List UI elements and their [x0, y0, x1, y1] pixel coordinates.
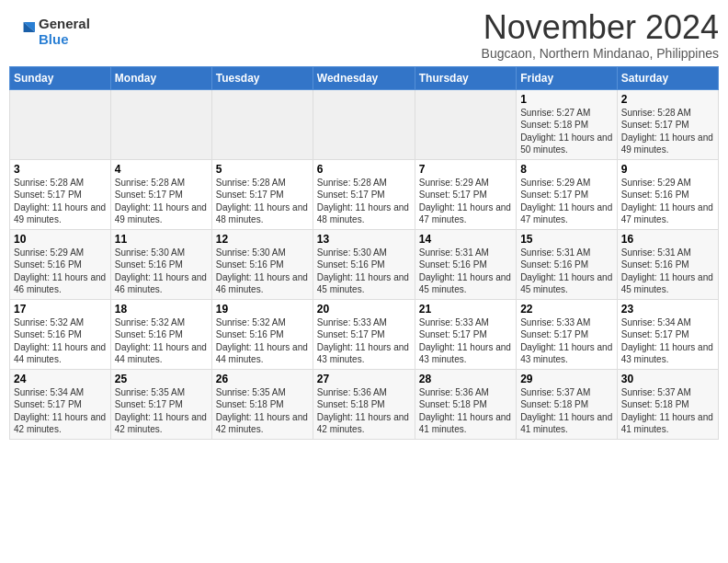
header-cell-thursday: Thursday — [415, 66, 516, 89]
header-cell-sunday: Sunday — [10, 66, 111, 89]
logo-blue-text: Blue — [39, 32, 90, 48]
calendar-cell: 9Sunrise: 5:29 AM Sunset: 5:16 PM Daylig… — [617, 159, 718, 229]
calendar-cell: 2Sunrise: 5:28 AM Sunset: 5:17 PM Daylig… — [617, 89, 718, 159]
day-number: 13 — [317, 233, 411, 246]
day-number: 1 — [520, 93, 613, 106]
subtitle: Bugcaon, Northern Mindanao, Philippines — [482, 46, 719, 61]
day-info: Sunrise: 5:35 AM Sunset: 5:17 PM Dayligh… — [115, 386, 208, 436]
calendar-cell: 18Sunrise: 5:32 AM Sunset: 5:16 PM Dayli… — [110, 299, 211, 369]
header-row: SundayMondayTuesdayWednesdayThursdayFrid… — [10, 66, 719, 89]
calendar-cell: 22Sunrise: 5:33 AM Sunset: 5:17 PM Dayli… — [517, 299, 618, 369]
day-number: 28 — [419, 373, 512, 385]
day-number: 25 — [115, 373, 208, 385]
day-number: 7 — [419, 163, 512, 176]
day-number: 30 — [621, 373, 714, 385]
calendar-cell: 1Sunrise: 5:27 AM Sunset: 5:18 PM Daylig… — [517, 89, 618, 159]
day-number: 22 — [520, 303, 613, 316]
day-info: Sunrise: 5:34 AM Sunset: 5:17 PM Dayligh… — [621, 316, 714, 366]
calendar-cell: 3Sunrise: 5:28 AM Sunset: 5:17 PM Daylig… — [10, 159, 111, 229]
calendar-cell — [10, 89, 111, 159]
day-number: 26 — [216, 373, 309, 385]
day-info: Sunrise: 5:32 AM Sunset: 5:16 PM Dayligh… — [115, 316, 208, 366]
calendar-cell: 16Sunrise: 5:31 AM Sunset: 5:16 PM Dayli… — [617, 229, 718, 299]
calendar-table: SundayMondayTuesdayWednesdayThursdayFrid… — [9, 66, 719, 440]
day-info: Sunrise: 5:33 AM Sunset: 5:17 PM Dayligh… — [419, 316, 512, 366]
day-info: Sunrise: 5:37 AM Sunset: 5:18 PM Dayligh… — [621, 386, 714, 436]
day-number: 20 — [317, 303, 411, 316]
day-info: Sunrise: 5:30 AM Sunset: 5:16 PM Dayligh… — [216, 247, 309, 296]
day-number: 27 — [317, 373, 411, 385]
logo-general-text: General — [39, 17, 90, 32]
day-number: 29 — [520, 373, 613, 385]
day-number: 19 — [216, 303, 309, 316]
calendar-week-4: 17Sunrise: 5:32 AM Sunset: 5:16 PM Dayli… — [10, 299, 719, 369]
day-number: 4 — [115, 163, 208, 176]
day-info: Sunrise: 5:36 AM Sunset: 5:18 PM Dayligh… — [317, 386, 411, 436]
calendar-week-1: 1Sunrise: 5:27 AM Sunset: 5:18 PM Daylig… — [10, 89, 719, 159]
day-info: Sunrise: 5:34 AM Sunset: 5:17 PM Dayligh… — [14, 386, 107, 436]
calendar-cell: 30Sunrise: 5:37 AM Sunset: 5:18 PM Dayli… — [617, 369, 718, 439]
day-number: 23 — [621, 303, 714, 316]
day-number: 17 — [14, 303, 107, 316]
day-number: 11 — [115, 233, 208, 246]
header-cell-tuesday: Tuesday — [211, 66, 313, 89]
day-number: 16 — [621, 233, 714, 246]
header-cell-wednesday: Wednesday — [313, 66, 415, 89]
calendar-cell: 11Sunrise: 5:30 AM Sunset: 5:16 PM Dayli… — [110, 229, 211, 299]
day-number: 2 — [621, 93, 714, 106]
calendar-cell: 26Sunrise: 5:35 AM Sunset: 5:18 PM Dayli… — [211, 369, 313, 439]
calendar-cell: 15Sunrise: 5:31 AM Sunset: 5:16 PM Dayli… — [517, 229, 618, 299]
calendar-cell: 29Sunrise: 5:37 AM Sunset: 5:18 PM Dayli… — [517, 369, 618, 439]
day-number: 14 — [419, 233, 512, 246]
calendar-cell: 8Sunrise: 5:29 AM Sunset: 5:17 PM Daylig… — [517, 159, 618, 229]
header-cell-monday: Monday — [110, 66, 211, 89]
day-info: Sunrise: 5:28 AM Sunset: 5:17 PM Dayligh… — [621, 107, 714, 156]
day-info: Sunrise: 5:31 AM Sunset: 5:16 PM Dayligh… — [621, 247, 714, 296]
day-number: 6 — [317, 163, 411, 176]
page-header: General Blue November 2024 Bugcaon, Nort… — [9, 9, 719, 61]
day-number: 12 — [216, 233, 309, 246]
calendar-cell: 25Sunrise: 5:35 AM Sunset: 5:17 PM Dayli… — [110, 369, 211, 439]
day-info: Sunrise: 5:33 AM Sunset: 5:17 PM Dayligh… — [317, 316, 411, 366]
header-cell-friday: Friday — [517, 66, 618, 89]
day-number: 10 — [14, 233, 107, 246]
day-number: 9 — [621, 163, 714, 176]
calendar-week-2: 3Sunrise: 5:28 AM Sunset: 5:17 PM Daylig… — [10, 159, 719, 229]
calendar-cell: 27Sunrise: 5:36 AM Sunset: 5:18 PM Dayli… — [313, 369, 415, 439]
day-number: 15 — [520, 233, 613, 246]
day-number: 5 — [216, 163, 309, 176]
day-info: Sunrise: 5:29 AM Sunset: 5:16 PM Dayligh… — [621, 177, 714, 226]
day-info: Sunrise: 5:33 AM Sunset: 5:17 PM Dayligh… — [520, 316, 613, 366]
logo: General Blue — [9, 17, 90, 47]
day-number: 3 — [14, 163, 107, 176]
calendar-cell: 6Sunrise: 5:28 AM Sunset: 5:17 PM Daylig… — [313, 159, 415, 229]
day-info: Sunrise: 5:29 AM Sunset: 5:16 PM Dayligh… — [14, 247, 107, 296]
calendar-cell: 10Sunrise: 5:29 AM Sunset: 5:16 PM Dayli… — [10, 229, 111, 299]
day-info: Sunrise: 5:29 AM Sunset: 5:17 PM Dayligh… — [419, 177, 512, 226]
day-info: Sunrise: 5:28 AM Sunset: 5:17 PM Dayligh… — [317, 177, 411, 226]
day-number: 8 — [520, 163, 613, 176]
title-area: November 2024 Bugcaon, Northern Mindanao… — [482, 9, 719, 61]
header-cell-saturday: Saturday — [617, 66, 718, 89]
calendar-cell — [110, 89, 211, 159]
calendar-cell: 4Sunrise: 5:28 AM Sunset: 5:17 PM Daylig… — [110, 159, 211, 229]
calendar-cell: 14Sunrise: 5:31 AM Sunset: 5:16 PM Dayli… — [415, 229, 516, 299]
day-info: Sunrise: 5:31 AM Sunset: 5:16 PM Dayligh… — [520, 247, 613, 296]
calendar-cell — [313, 89, 415, 159]
calendar-cell: 24Sunrise: 5:34 AM Sunset: 5:17 PM Dayli… — [10, 369, 111, 439]
day-number: 18 — [115, 303, 208, 316]
day-info: Sunrise: 5:27 AM Sunset: 5:18 PM Dayligh… — [520, 107, 613, 156]
calendar-cell: 13Sunrise: 5:30 AM Sunset: 5:16 PM Dayli… — [313, 229, 415, 299]
calendar-cell: 12Sunrise: 5:30 AM Sunset: 5:16 PM Dayli… — [211, 229, 313, 299]
day-info: Sunrise: 5:37 AM Sunset: 5:18 PM Dayligh… — [520, 386, 613, 436]
day-info: Sunrise: 5:28 AM Sunset: 5:17 PM Dayligh… — [115, 177, 208, 226]
calendar-cell — [415, 89, 516, 159]
day-info: Sunrise: 5:28 AM Sunset: 5:17 PM Dayligh… — [216, 177, 309, 226]
day-info: Sunrise: 5:35 AM Sunset: 5:18 PM Dayligh… — [216, 386, 309, 436]
day-info: Sunrise: 5:30 AM Sunset: 5:16 PM Dayligh… — [317, 247, 411, 296]
calendar-cell: 17Sunrise: 5:32 AM Sunset: 5:16 PM Dayli… — [10, 299, 111, 369]
calendar-cell: 20Sunrise: 5:33 AM Sunset: 5:17 PM Dayli… — [313, 299, 415, 369]
calendar-cell — [211, 89, 313, 159]
month-title: November 2024 — [482, 9, 719, 46]
calendar-cell: 7Sunrise: 5:29 AM Sunset: 5:17 PM Daylig… — [415, 159, 516, 229]
